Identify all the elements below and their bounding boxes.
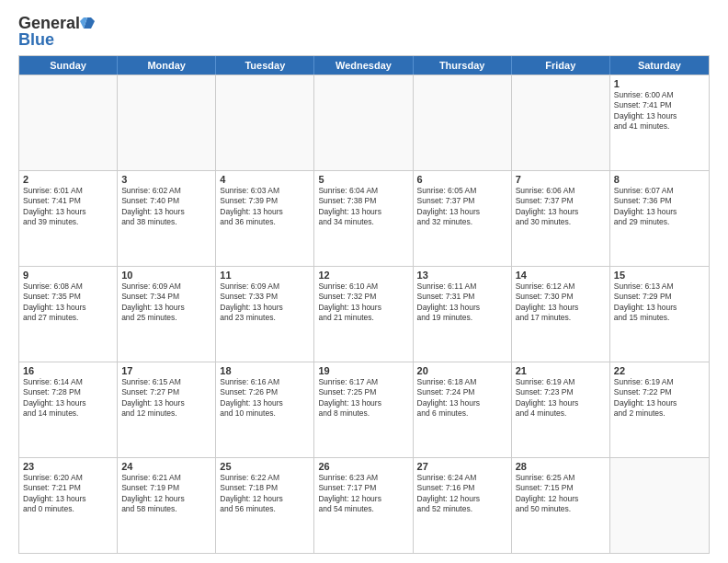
day-number: 14 (516, 270, 606, 281)
calendar-cell (314, 75, 413, 170)
day-number: 18 (220, 365, 310, 376)
calendar-cell: 23Sunrise: 6:20 AM Sunset: 7:21 PM Dayli… (19, 458, 118, 553)
day-number: 25 (220, 461, 310, 472)
day-info: Sunrise: 6:19 AM Sunset: 7:22 PM Dayligh… (614, 377, 705, 419)
day-number: 23 (23, 461, 113, 472)
weekday-header: Friday (512, 56, 610, 75)
day-info: Sunrise: 6:09 AM Sunset: 7:34 PM Dayligh… (121, 282, 211, 324)
day-number: 20 (417, 365, 507, 376)
day-number: 28 (516, 461, 606, 472)
day-info: Sunrise: 6:17 AM Sunset: 7:25 PM Dayligh… (318, 377, 408, 419)
calendar-cell: 12Sunrise: 6:10 AM Sunset: 7:32 PM Dayli… (314, 267, 413, 362)
calendar-cell: 13Sunrise: 6:11 AM Sunset: 7:31 PM Dayli… (414, 267, 512, 362)
calendar-cell: 21Sunrise: 6:19 AM Sunset: 7:23 PM Dayli… (512, 362, 610, 457)
day-number: 26 (318, 461, 408, 472)
calendar-page: General Blue SundayMondayTuesdayWednesda… (0, 0, 728, 563)
calendar-cell: 17Sunrise: 6:15 AM Sunset: 7:27 PM Dayli… (118, 362, 216, 457)
calendar: SundayMondayTuesdayWednesdayThursdayFrid… (18, 55, 710, 554)
weekday-header: Tuesday (216, 56, 314, 75)
calendar-cell: 6Sunrise: 6:05 AM Sunset: 7:37 PM Daylig… (414, 171, 512, 266)
calendar-row: 16Sunrise: 6:14 AM Sunset: 7:28 PM Dayli… (19, 362, 709, 457)
calendar-body: 1Sunrise: 6:00 AM Sunset: 7:41 PM Daylig… (19, 75, 709, 553)
day-info: Sunrise: 6:12 AM Sunset: 7:30 PM Dayligh… (516, 282, 606, 324)
weekday-header: Saturday (610, 56, 709, 75)
day-number: 27 (417, 461, 507, 472)
day-info: Sunrise: 6:25 AM Sunset: 7:15 PM Dayligh… (516, 473, 606, 515)
day-number: 22 (614, 365, 705, 376)
calendar-cell (216, 75, 314, 170)
calendar-row: 1Sunrise: 6:00 AM Sunset: 7:41 PM Daylig… (19, 75, 709, 170)
day-number: 2 (23, 174, 113, 185)
calendar-cell: 27Sunrise: 6:24 AM Sunset: 7:16 PM Dayli… (414, 458, 512, 553)
day-number: 5 (318, 174, 408, 185)
weekday-header: Monday (118, 56, 216, 75)
day-number: 11 (220, 270, 310, 281)
day-number: 10 (121, 270, 211, 281)
day-number: 21 (516, 365, 606, 376)
day-number: 9 (23, 270, 113, 281)
day-number: 19 (318, 365, 408, 376)
calendar-cell: 26Sunrise: 6:23 AM Sunset: 7:17 PM Dayli… (314, 458, 413, 553)
logo: General Blue (18, 15, 95, 48)
day-info: Sunrise: 6:04 AM Sunset: 7:38 PM Dayligh… (318, 186, 408, 228)
calendar-cell: 9Sunrise: 6:08 AM Sunset: 7:35 PM Daylig… (19, 267, 118, 362)
page-header: General Blue (18, 15, 710, 48)
calendar-cell: 24Sunrise: 6:21 AM Sunset: 7:19 PM Dayli… (118, 458, 216, 553)
calendar-cell (118, 75, 216, 170)
day-info: Sunrise: 6:08 AM Sunset: 7:35 PM Dayligh… (23, 282, 113, 324)
logo-blue-text: Blue (18, 31, 54, 48)
day-number: 15 (614, 270, 705, 281)
calendar-row: 9Sunrise: 6:08 AM Sunset: 7:35 PM Daylig… (19, 266, 709, 362)
day-info: Sunrise: 6:24 AM Sunset: 7:16 PM Dayligh… (417, 473, 507, 515)
calendar-cell: 3Sunrise: 6:02 AM Sunset: 7:40 PM Daylig… (118, 171, 216, 266)
calendar-cell: 20Sunrise: 6:18 AM Sunset: 7:24 PM Dayli… (414, 362, 512, 457)
logo-triangle-icon (80, 16, 95, 30)
day-number: 1 (614, 78, 705, 89)
day-info: Sunrise: 6:02 AM Sunset: 7:40 PM Dayligh… (121, 186, 211, 228)
day-info: Sunrise: 6:06 AM Sunset: 7:37 PM Dayligh… (516, 186, 606, 228)
day-info: Sunrise: 6:01 AM Sunset: 7:41 PM Dayligh… (23, 186, 113, 228)
day-info: Sunrise: 6:18 AM Sunset: 7:24 PM Dayligh… (417, 377, 507, 419)
day-info: Sunrise: 6:23 AM Sunset: 7:17 PM Dayligh… (318, 473, 408, 515)
calendar-cell: 25Sunrise: 6:22 AM Sunset: 7:18 PM Dayli… (216, 458, 314, 553)
calendar-cell: 4Sunrise: 6:03 AM Sunset: 7:39 PM Daylig… (216, 171, 314, 266)
calendar-cell (414, 75, 512, 170)
day-info: Sunrise: 6:21 AM Sunset: 7:19 PM Dayligh… (121, 473, 211, 515)
calendar-cell: 14Sunrise: 6:12 AM Sunset: 7:30 PM Dayli… (512, 267, 610, 362)
day-info: Sunrise: 6:13 AM Sunset: 7:29 PM Dayligh… (614, 282, 705, 324)
calendar-cell: 11Sunrise: 6:09 AM Sunset: 7:33 PM Dayli… (216, 267, 314, 362)
calendar-cell (512, 75, 610, 170)
calendar-row: 2Sunrise: 6:01 AM Sunset: 7:41 PM Daylig… (19, 170, 709, 266)
day-number: 13 (417, 270, 507, 281)
day-info: Sunrise: 6:00 AM Sunset: 7:41 PM Dayligh… (614, 90, 705, 132)
calendar-cell: 19Sunrise: 6:17 AM Sunset: 7:25 PM Dayli… (314, 362, 413, 457)
calendar-cell: 18Sunrise: 6:16 AM Sunset: 7:26 PM Dayli… (216, 362, 314, 457)
day-info: Sunrise: 6:14 AM Sunset: 7:28 PM Dayligh… (23, 377, 113, 419)
calendar-cell: 8Sunrise: 6:07 AM Sunset: 7:36 PM Daylig… (610, 171, 709, 266)
day-info: Sunrise: 6:09 AM Sunset: 7:33 PM Dayligh… (220, 282, 310, 324)
day-number: 24 (121, 461, 211, 472)
weekday-header: Sunday (19, 56, 118, 75)
day-info: Sunrise: 6:07 AM Sunset: 7:36 PM Dayligh… (614, 186, 705, 228)
day-number: 16 (23, 365, 113, 376)
day-number: 4 (220, 174, 310, 185)
day-number: 6 (417, 174, 507, 185)
day-info: Sunrise: 6:03 AM Sunset: 7:39 PM Dayligh… (220, 186, 310, 228)
calendar-cell: 10Sunrise: 6:09 AM Sunset: 7:34 PM Dayli… (118, 267, 216, 362)
calendar-cell (610, 458, 709, 553)
day-number: 8 (614, 174, 705, 185)
day-info: Sunrise: 6:15 AM Sunset: 7:27 PM Dayligh… (121, 377, 211, 419)
day-number: 3 (121, 174, 211, 185)
day-info: Sunrise: 6:22 AM Sunset: 7:18 PM Dayligh… (220, 473, 310, 515)
day-number: 7 (516, 174, 606, 185)
calendar-cell (19, 75, 118, 170)
calendar-header: SundayMondayTuesdayWednesdayThursdayFrid… (19, 56, 709, 75)
calendar-cell: 7Sunrise: 6:06 AM Sunset: 7:37 PM Daylig… (512, 171, 610, 266)
weekday-header: Thursday (414, 56, 512, 75)
calendar-cell: 5Sunrise: 6:04 AM Sunset: 7:38 PM Daylig… (314, 171, 413, 266)
day-number: 12 (318, 270, 408, 281)
calendar-cell: 2Sunrise: 6:01 AM Sunset: 7:41 PM Daylig… (19, 171, 118, 266)
calendar-cell: 22Sunrise: 6:19 AM Sunset: 7:22 PM Dayli… (610, 362, 709, 457)
day-info: Sunrise: 6:10 AM Sunset: 7:32 PM Dayligh… (318, 282, 408, 324)
calendar-cell: 1Sunrise: 6:00 AM Sunset: 7:41 PM Daylig… (610, 75, 709, 170)
